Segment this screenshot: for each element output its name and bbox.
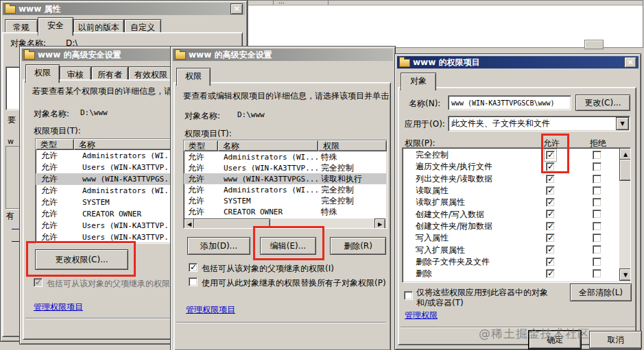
deny-checkbox[interactable] (593, 258, 601, 266)
close-icon[interactable]: × (230, 3, 243, 14)
tab-security[interactable]: 安全 (38, 17, 73, 36)
change-permissions-button[interactable]: 更改权限(C)... (35, 249, 128, 270)
allow-checkbox[interactable] (546, 234, 555, 242)
tab-permissions-1[interactable]: 权限 (25, 64, 60, 83)
manage-permission-entries-link[interactable]: 管理权限项目 (186, 304, 235, 316)
add-button[interactable]: 添加(D)... (187, 237, 250, 255)
column-header-type[interactable]: 类型 (184, 140, 218, 151)
table-row[interactable]: 允许 www (WIN-KA3TTVPGS... 读取和执行 (184, 173, 387, 184)
deny-checkbox[interactable] (593, 198, 601, 207)
tab-object[interactable]: 对象 (401, 73, 436, 90)
scroll-down-icon[interactable]: ▼ (619, 268, 631, 281)
scrollbar-thumb[interactable] (619, 159, 631, 181)
inherit-checkbox[interactable] (189, 263, 198, 272)
properties-text-fragment: 有 (6, 210, 14, 222)
advanced2-permission-table: 类型 名称 权限 允许 Administrators (WI... 特殊 允许 … (183, 140, 387, 229)
tab-security-label: 安全 (47, 20, 64, 32)
change-button[interactable]: 更改(C)... (575, 95, 630, 111)
scrollbar-thumb[interactable] (193, 218, 270, 229)
column-header-name[interactable]: 名称 (218, 140, 318, 151)
allow-checkbox[interactable] (546, 258, 555, 266)
name-field[interactable]: www (WIN-KA3TTVPGSCB\www) (448, 95, 571, 110)
table-row[interactable]: 允许 Users (WIN-KA3TTVP... 完全控制 (184, 162, 387, 173)
table-row[interactable]: 允许 CREATOR OWNER 特殊 (184, 206, 387, 217)
manage-permissions-link[interactable]: 管理权限 (405, 310, 438, 321)
horizontal-scrollbar[interactable]: ◀ ▶ (184, 218, 385, 228)
folder-icon (24, 51, 35, 60)
permission-name: 创建文件/写入数据 (403, 209, 484, 221)
permission-name: 读取扩展属性 (403, 197, 465, 208)
row-type: 允许 (36, 208, 74, 220)
cancel-button[interactable]: 取消 (589, 331, 642, 349)
column-header-type[interactable]: 类型 (36, 139, 74, 150)
deny-checkbox[interactable] (593, 245, 601, 254)
properties-link-fragment[interactable] (12, 227, 19, 229)
permission-row[interactable]: 创建文件夹/附加数据 (403, 221, 619, 232)
allow-checkbox[interactable] (546, 175, 555, 184)
allow-checkbox[interactable] (546, 245, 555, 254)
permission-name: 完全控制 (403, 149, 449, 161)
apply-to-dropdown[interactable]: 此文件夹、子文件夹和文件 ▼ (448, 116, 630, 132)
deny-checkbox[interactable] (593, 210, 601, 218)
advanced2-title: www 的高级安全设置 (189, 49, 272, 61)
allow-checkbox[interactable] (546, 198, 555, 207)
properties-link-fragment[interactable] (12, 239, 19, 242)
allow-checkbox[interactable] (546, 210, 555, 218)
allow-checkbox[interactable] (546, 162, 555, 171)
permission-row[interactable]: 遍历文件夹/执行文件 (403, 161, 619, 173)
permission-name: 创建文件夹/附加数据 (403, 221, 492, 232)
background-column-separator (328, 1, 329, 5)
apply-within-container-checkbox[interactable] (404, 291, 413, 300)
close-icon[interactable]: × (624, 57, 636, 68)
deny-checkbox[interactable] (593, 234, 601, 242)
permission-row[interactable]: 读取扩展属性 (403, 197, 619, 208)
deny-checkbox[interactable] (593, 186, 601, 195)
properties-text-fragment: w (8, 137, 14, 146)
table-row[interactable]: 允许 Administrators (WI... 特殊 (184, 151, 387, 162)
manage-permission-entries-link[interactable]: 管理权限项目 (34, 301, 83, 313)
permission-row[interactable]: 删除 (403, 268, 619, 279)
permission-name: 写入属性 (403, 232, 449, 244)
background-window-header: ... (248, 1, 643, 5)
deny-checkbox[interactable] (593, 162, 601, 171)
chevron-down-icon[interactable]: ▼ (616, 117, 629, 130)
column-header-permission[interactable]: 权限 (318, 140, 387, 151)
row-permission: 读取和执行 (318, 173, 387, 185)
deny-checkbox[interactable] (593, 151, 601, 160)
remove-button[interactable]: 删除(R) (330, 237, 386, 255)
entry-titlebar: www 的权限项目 × (397, 56, 639, 68)
permission-row[interactable]: 列出文件夹/读取数据 (403, 173, 619, 185)
inherit-checkbox[interactable] (34, 278, 43, 287)
folder-icon (399, 59, 410, 67)
row-type: 允许 (184, 162, 218, 174)
deny-checkbox[interactable] (593, 175, 601, 184)
permission-row[interactable]: 写入扩展属性 (403, 244, 619, 255)
permission-row[interactable]: 读取属性 (403, 185, 619, 197)
row-name: Users (WIN-KA3TTVP... (218, 164, 318, 173)
permission-row[interactable]: 完全控制 (403, 149, 619, 161)
edit-button[interactable]: 编辑(E)... (260, 237, 316, 255)
deny-checkbox[interactable] (593, 269, 601, 278)
permission-row[interactable]: 创建文件/写入数据 (403, 208, 619, 220)
advanced1-object-label: 对象名称: (34, 108, 69, 120)
deny-checkbox[interactable] (593, 222, 601, 231)
permission-row[interactable]: 写入属性 (403, 232, 619, 244)
tab-permissions-2[interactable]: 权限 (176, 68, 211, 86)
background-column-label: ... (278, 1, 285, 5)
allow-checkbox[interactable] (546, 151, 555, 160)
table-row[interactable]: 允许 Administrators (WI... 完全控制 (184, 184, 387, 195)
scroll-right-icon[interactable]: ▶ (374, 218, 385, 229)
row-type: 允许 (184, 184, 218, 196)
allow-checkbox[interactable] (546, 222, 555, 231)
allow-checkbox[interactable] (546, 269, 555, 278)
clear-all-button[interactable]: 全部清除(L) (570, 284, 632, 301)
permissions-rows: 完全控制 遍历文件夹/执行文件 列出文件夹/读取数据 读取 (403, 149, 619, 279)
table-row[interactable]: 允许 SYSTEM 完全控制 (184, 195, 387, 206)
allow-checkbox[interactable] (546, 186, 555, 195)
vertical-scrollbar[interactable]: ▲ ▼ (619, 148, 630, 281)
row-name: Administrators (WI... (218, 186, 318, 195)
apply-to-label: 应用于(O): (405, 118, 445, 130)
replace-child-permissions-checkbox[interactable] (189, 277, 198, 286)
row-permission: 特殊 (318, 151, 387, 163)
permission-row[interactable]: 删除子文件夹及文件 (403, 256, 619, 268)
